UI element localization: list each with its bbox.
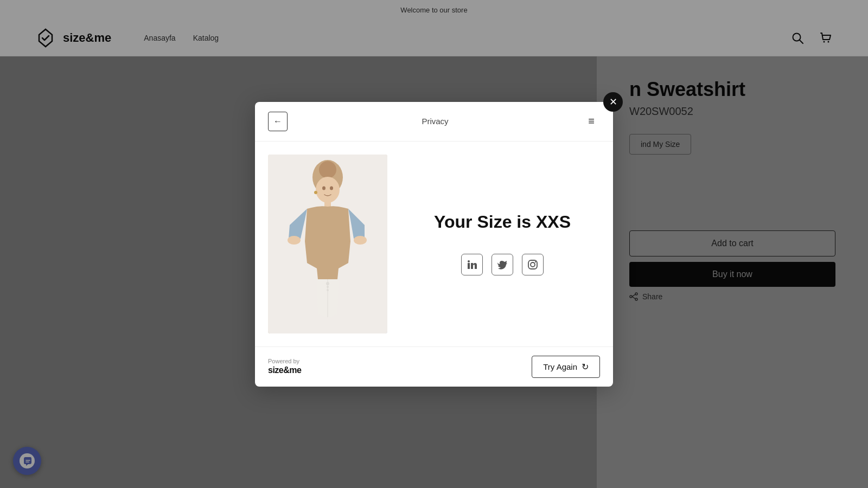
- social-icons: [461, 254, 544, 275]
- svg-point-29: [535, 261, 536, 262]
- svg-rect-25: [468, 263, 470, 269]
- svg-point-18: [322, 186, 326, 190]
- modal-content-right: Your Size is XXS: [405, 155, 600, 333]
- twitter-icon: [497, 259, 508, 270]
- modal-product-image: [268, 155, 387, 333]
- modal-topbar: ← Privacy ≡: [255, 102, 613, 142]
- modal-back-button[interactable]: ←: [268, 112, 288, 131]
- back-arrow-icon: ←: [273, 117, 282, 126]
- instagram-icon: [527, 259, 538, 270]
- svg-rect-26: [468, 260, 470, 262]
- linkedin-button[interactable]: [461, 254, 483, 275]
- modal-privacy-label: Privacy: [422, 117, 448, 126]
- menu-icon: ≡: [588, 115, 595, 127]
- svg-point-19: [330, 186, 333, 190]
- powered-by-label: Powered by: [268, 358, 301, 364]
- svg-point-21: [326, 282, 329, 285]
- linkedin-icon: [467, 259, 477, 270]
- twitter-button[interactable]: [492, 254, 513, 275]
- size-result-modal: ✕ ← Privacy ≡: [255, 102, 613, 387]
- close-icon: ✕: [609, 96, 617, 108]
- svg-point-14: [316, 177, 340, 203]
- svg-point-22: [327, 286, 329, 288]
- svg-point-16: [288, 236, 301, 245]
- modal-body: Your Size is XXS: [255, 142, 613, 346]
- svg-point-23: [327, 289, 329, 291]
- modal-overlay: ✕ ← Privacy ≡: [0, 0, 868, 488]
- size-result-title: Your Size is XXS: [434, 212, 571, 232]
- powered-by-brand: size&me: [268, 365, 301, 375]
- svg-point-28: [531, 262, 535, 267]
- powered-by-area: Powered by size&me: [268, 358, 301, 375]
- fashion-model-image: [268, 155, 387, 333]
- modal-footer: Powered by size&me Try Again ↻: [255, 346, 613, 387]
- modal-menu-button[interactable]: ≡: [583, 113, 600, 130]
- refresh-icon: ↻: [582, 362, 589, 372]
- try-again-button[interactable]: Try Again ↻: [532, 356, 600, 378]
- try-again-label: Try Again: [543, 362, 577, 371]
- instagram-button[interactable]: [522, 254, 544, 275]
- modal-close-button[interactable]: ✕: [603, 92, 623, 112]
- svg-point-20: [314, 191, 317, 194]
- svg-point-17: [354, 236, 367, 245]
- svg-point-13: [319, 161, 336, 178]
